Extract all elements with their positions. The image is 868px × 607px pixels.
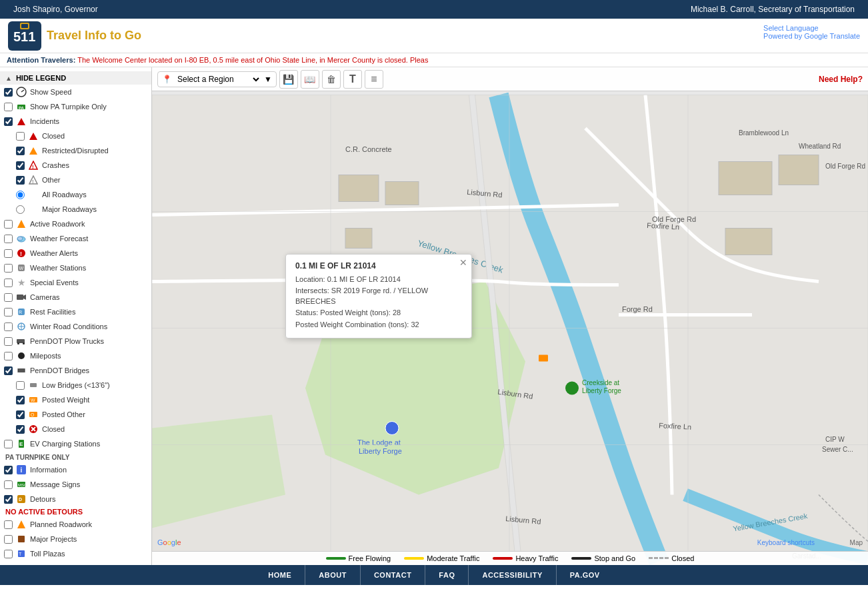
- secretary-label: Michael B. Carroll, Secretary of Transpo…: [691, 5, 855, 14]
- legend-item-toll-plazas: T Toll Plazas: [0, 546, 151, 561]
- moderate-traffic-label: Moderate Traffic: [427, 554, 479, 562]
- major-projects-checkbox[interactable]: [4, 535, 13, 544]
- map-area[interactable]: 📍 Select a Region ▼ 💾 📖 🗑 T ≡ Need He: [152, 67, 868, 565]
- closed-checkbox[interactable]: [16, 132, 25, 141]
- toll-plazas-checkbox[interactable]: [4, 550, 13, 558]
- pa-turnpike-checkbox[interactable]: [4, 103, 13, 111]
- special-events-icon: ★: [15, 277, 27, 289]
- popup-close-btn[interactable]: ✕: [459, 257, 467, 268]
- svg-rect-19: [17, 295, 23, 300]
- heavy-traffic-line: [493, 557, 513, 560]
- google-logo: Google: [157, 538, 181, 546]
- weather-stations-checkbox[interactable]: [4, 264, 13, 273]
- nav-home[interactable]: HOME: [255, 565, 305, 585]
- bookmark-icon: 📖: [304, 74, 315, 85]
- posted-other-icon: O: [27, 408, 39, 420]
- detours-icon: D: [15, 493, 27, 505]
- text-icon: T: [349, 73, 356, 85]
- svg-text:Liberty Forge: Liberty Forge: [582, 387, 621, 394]
- pa-turnpike-section-label: PA TURNPIKE ONLY: [0, 451, 151, 462]
- svg-point-14: [17, 237, 23, 241]
- delete-btn[interactable]: 🗑: [322, 70, 341, 89]
- show-speed-checkbox[interactable]: [4, 88, 13, 97]
- filter-icon: ≡: [371, 73, 377, 85]
- svg-rect-3: [21, 24, 28, 28]
- restricted-icon: [27, 145, 39, 157]
- posted-weight-checkbox[interactable]: [16, 396, 25, 404]
- legend-item-message-signs: MSG Message Signs: [0, 477, 151, 492]
- heavy-traffic-label: Heavy Traffic: [515, 554, 558, 562]
- plow-trucks-checkbox[interactable]: [4, 337, 13, 346]
- all-roadways-radio[interactable]: [16, 191, 25, 199]
- information-label: Information: [30, 466, 67, 474]
- text-btn[interactable]: T: [343, 70, 362, 89]
- weather-stations-label: Weather Stations: [30, 264, 86, 272]
- message-signs-checkbox[interactable]: [4, 480, 13, 489]
- bridge-closed-checkbox[interactable]: [16, 425, 25, 434]
- region-dropdown[interactable]: Select a Region: [175, 74, 261, 85]
- nav-about[interactable]: ABOUT: [305, 565, 361, 585]
- legend-item-cameras: Cameras: [0, 290, 151, 304]
- legend-item-mileposts: Mileposts: [0, 348, 151, 363]
- svg-text:Creekside at: Creekside at: [582, 379, 619, 386]
- nav-pagov[interactable]: PA.GOV: [557, 565, 613, 585]
- mileposts-checkbox[interactable]: [4, 352, 13, 360]
- low-bridges-icon: [27, 379, 39, 391]
- planned-roadwork-checkbox[interactable]: [4, 520, 13, 529]
- legend-item-other: ! Other: [12, 173, 151, 187]
- incidents-checkbox[interactable]: [4, 117, 13, 126]
- svg-text:Sewer C...: Sewer C...: [822, 446, 853, 453]
- popup-intersects: Intersects: SR 2019 Forge rd. / YELLOW B…: [295, 286, 462, 306]
- legend-item-active-roadwork: Active Roadwork: [0, 217, 151, 231]
- low-bridges-label: Low Bridges (<13'6"): [42, 381, 110, 389]
- nav-faq[interactable]: FAQ: [425, 565, 469, 585]
- language-selector[interactable]: Select Language Powered by Google Transl…: [763, 24, 860, 40]
- rest-facilities-checkbox[interactable]: [4, 308, 13, 316]
- winter-road-checkbox[interactable]: [4, 322, 13, 331]
- major-roadways-label: Major Roadways: [42, 205, 97, 213]
- legend-item-low-bridges: Low Bridges (<13'6"): [12, 378, 151, 392]
- winter-road-icon: [15, 320, 27, 332]
- map-popup: ✕ 0.1 MI E OF LR 21014 Location: 0.1 MI …: [285, 254, 472, 338]
- nav-contact[interactable]: CONTACT: [361, 565, 425, 585]
- crashes-checkbox[interactable]: [16, 161, 25, 170]
- header: 511 Travel Info to Go Select Language Po…: [0, 19, 868, 53]
- detours-checkbox[interactable]: [4, 495, 13, 504]
- filter-btn[interactable]: ≡: [365, 70, 383, 89]
- information-checkbox[interactable]: [4, 466, 13, 474]
- major-roadways-radio[interactable]: [16, 205, 25, 214]
- restricted-checkbox[interactable]: [16, 147, 25, 155]
- legend-item-planned-roadwork: Planned Roadwork: [0, 517, 151, 532]
- svg-marker-12: [17, 220, 25, 228]
- active-roadwork-checkbox[interactable]: [4, 220, 13, 229]
- popup-title: 0.1 MI E OF LR 21014: [295, 261, 462, 271]
- major-projects-icon: [15, 533, 27, 545]
- region-selector[interactable]: 📍 Select a Region ▼: [157, 71, 277, 87]
- rest-facilities-icon: R: [15, 306, 27, 318]
- save-btn[interactable]: 💾: [279, 70, 298, 89]
- hide-legend-btn[interactable]: ▲ HIDE LEGEND: [0, 71, 151, 85]
- svg-rect-69: [779, 155, 819, 185]
- weather-alerts-checkbox[interactable]: [4, 249, 13, 258]
- nav-accessibility[interactable]: ACCESSIBILITY: [469, 565, 556, 585]
- plow-trucks-icon: [15, 335, 27, 347]
- attention-message: The Welcome Center located on I-80 EB, 0…: [77, 56, 428, 64]
- ev-charging-checkbox[interactable]: [4, 440, 13, 448]
- main-layout: ▲ HIDE LEGEND Show Speed PA Show PA Turn…: [0, 67, 868, 565]
- keyboard-shortcuts-link[interactable]: Keyboard shortcuts: [757, 539, 815, 546]
- turnpike-icon: PA: [15, 101, 27, 113]
- other-checkbox[interactable]: [16, 176, 25, 185]
- svg-text:R: R: [19, 310, 22, 314]
- special-events-checkbox[interactable]: [4, 279, 13, 287]
- bookmark-btn[interactable]: 📖: [301, 70, 319, 89]
- posted-other-checkbox[interactable]: [16, 410, 25, 419]
- low-bridges-checkbox[interactable]: [16, 381, 25, 390]
- weather-forecast-checkbox[interactable]: [4, 235, 13, 243]
- cameras-checkbox[interactable]: [4, 293, 13, 302]
- penndot-bridges-checkbox[interactable]: [4, 366, 13, 375]
- need-help-btn[interactable]: Need Help?: [819, 75, 863, 84]
- svg-text:Forge Rd: Forge Rd: [622, 305, 653, 313]
- svg-text:511: 511: [13, 29, 35, 44]
- svg-text:Old Forge Rd: Old Forge Rd: [825, 163, 865, 170]
- popup-status: Status: Posted Weight (tons): 28: [295, 308, 462, 318]
